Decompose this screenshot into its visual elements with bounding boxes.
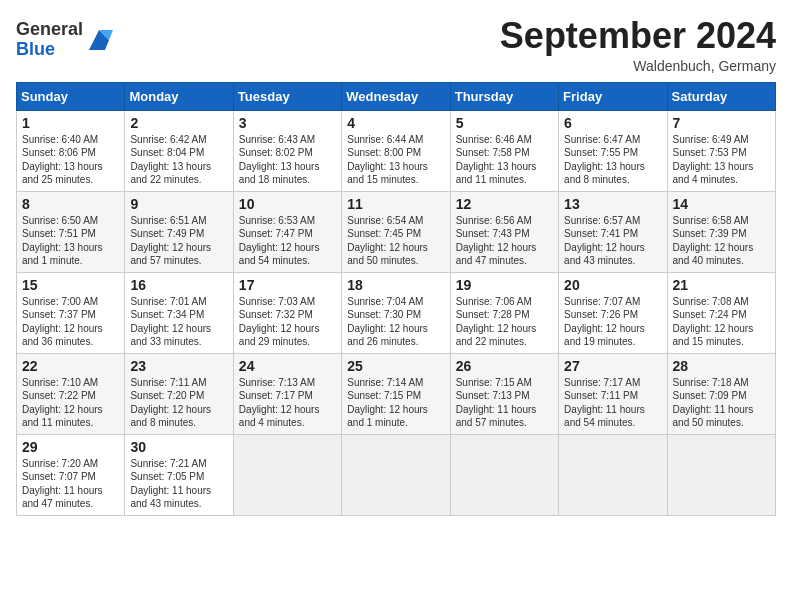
weekday-header-row: SundayMondayTuesdayWednesdayThursdayFrid…	[17, 82, 776, 110]
day-number: 23	[130, 358, 227, 374]
day-number: 19	[456, 277, 553, 293]
calendar-cell: 23Sunrise: 7:11 AMSunset: 7:20 PMDayligh…	[125, 353, 233, 434]
calendar-cell: 5Sunrise: 6:46 AMSunset: 7:58 PMDaylight…	[450, 110, 558, 191]
location: Waldenbuch, Germany	[500, 58, 776, 74]
calendar-cell: 19Sunrise: 7:06 AMSunset: 7:28 PMDayligh…	[450, 272, 558, 353]
calendar-cell: 24Sunrise: 7:13 AMSunset: 7:17 PMDayligh…	[233, 353, 341, 434]
day-info: Sunrise: 6:46 AMSunset: 7:58 PMDaylight:…	[456, 133, 553, 187]
day-number: 30	[130, 439, 227, 455]
day-info: Sunrise: 7:17 AMSunset: 7:11 PMDaylight:…	[564, 376, 661, 430]
calendar-cell: 16Sunrise: 7:01 AMSunset: 7:34 PMDayligh…	[125, 272, 233, 353]
day-number: 17	[239, 277, 336, 293]
month-title: September 2024	[500, 16, 776, 56]
calendar-cell	[342, 434, 450, 515]
calendar-cell: 17Sunrise: 7:03 AMSunset: 7:32 PMDayligh…	[233, 272, 341, 353]
day-number: 13	[564, 196, 661, 212]
calendar-cell: 29Sunrise: 7:20 AMSunset: 7:07 PMDayligh…	[17, 434, 125, 515]
day-number: 20	[564, 277, 661, 293]
calendar-cell	[233, 434, 341, 515]
day-info: Sunrise: 6:40 AMSunset: 8:06 PMDaylight:…	[22, 133, 119, 187]
calendar-cell	[450, 434, 558, 515]
day-number: 5	[456, 115, 553, 131]
day-info: Sunrise: 6:44 AMSunset: 8:00 PMDaylight:…	[347, 133, 444, 187]
weekday-header-wednesday: Wednesday	[342, 82, 450, 110]
calendar-week-3: 15Sunrise: 7:00 AMSunset: 7:37 PMDayligh…	[17, 272, 776, 353]
weekday-header-saturday: Saturday	[667, 82, 775, 110]
day-number: 27	[564, 358, 661, 374]
day-number: 3	[239, 115, 336, 131]
day-info: Sunrise: 7:15 AMSunset: 7:13 PMDaylight:…	[456, 376, 553, 430]
day-info: Sunrise: 6:58 AMSunset: 7:39 PMDaylight:…	[673, 214, 770, 268]
day-info: Sunrise: 6:43 AMSunset: 8:02 PMDaylight:…	[239, 133, 336, 187]
day-info: Sunrise: 7:10 AMSunset: 7:22 PMDaylight:…	[22, 376, 119, 430]
calendar-cell: 27Sunrise: 7:17 AMSunset: 7:11 PMDayligh…	[559, 353, 667, 434]
day-number: 29	[22, 439, 119, 455]
day-info: Sunrise: 7:01 AMSunset: 7:34 PMDaylight:…	[130, 295, 227, 349]
calendar-cell: 28Sunrise: 7:18 AMSunset: 7:09 PMDayligh…	[667, 353, 775, 434]
day-number: 2	[130, 115, 227, 131]
calendar-cell: 8Sunrise: 6:50 AMSunset: 7:51 PMDaylight…	[17, 191, 125, 272]
day-number: 1	[22, 115, 119, 131]
day-info: Sunrise: 7:07 AMSunset: 7:26 PMDaylight:…	[564, 295, 661, 349]
calendar-table: SundayMondayTuesdayWednesdayThursdayFrid…	[16, 82, 776, 516]
calendar-cell: 4Sunrise: 6:44 AMSunset: 8:00 PMDaylight…	[342, 110, 450, 191]
calendar-cell: 13Sunrise: 6:57 AMSunset: 7:41 PMDayligh…	[559, 191, 667, 272]
calendar-cell: 26Sunrise: 7:15 AMSunset: 7:13 PMDayligh…	[450, 353, 558, 434]
day-number: 24	[239, 358, 336, 374]
weekday-header-monday: Monday	[125, 82, 233, 110]
calendar-cell: 1Sunrise: 6:40 AMSunset: 8:06 PMDaylight…	[17, 110, 125, 191]
day-info: Sunrise: 6:49 AMSunset: 7:53 PMDaylight:…	[673, 133, 770, 187]
day-info: Sunrise: 7:13 AMSunset: 7:17 PMDaylight:…	[239, 376, 336, 430]
calendar-cell: 20Sunrise: 7:07 AMSunset: 7:26 PMDayligh…	[559, 272, 667, 353]
day-info: Sunrise: 6:54 AMSunset: 7:45 PMDaylight:…	[347, 214, 444, 268]
weekday-header-tuesday: Tuesday	[233, 82, 341, 110]
calendar-cell: 18Sunrise: 7:04 AMSunset: 7:30 PMDayligh…	[342, 272, 450, 353]
day-number: 4	[347, 115, 444, 131]
calendar-cell	[667, 434, 775, 515]
calendar-cell: 25Sunrise: 7:14 AMSunset: 7:15 PMDayligh…	[342, 353, 450, 434]
calendar-cell: 9Sunrise: 6:51 AMSunset: 7:49 PMDaylight…	[125, 191, 233, 272]
day-info: Sunrise: 7:06 AMSunset: 7:28 PMDaylight:…	[456, 295, 553, 349]
calendar-cell: 15Sunrise: 7:00 AMSunset: 7:37 PMDayligh…	[17, 272, 125, 353]
calendar-cell	[559, 434, 667, 515]
title-block: September 2024 Waldenbuch, Germany	[500, 16, 776, 74]
logo-icon	[85, 26, 113, 54]
day-number: 11	[347, 196, 444, 212]
calendar-cell: 30Sunrise: 7:21 AMSunset: 7:05 PMDayligh…	[125, 434, 233, 515]
day-info: Sunrise: 6:42 AMSunset: 8:04 PMDaylight:…	[130, 133, 227, 187]
day-number: 22	[22, 358, 119, 374]
calendar-cell: 2Sunrise: 6:42 AMSunset: 8:04 PMDaylight…	[125, 110, 233, 191]
calendar-cell: 10Sunrise: 6:53 AMSunset: 7:47 PMDayligh…	[233, 191, 341, 272]
day-info: Sunrise: 6:47 AMSunset: 7:55 PMDaylight:…	[564, 133, 661, 187]
weekday-header-friday: Friday	[559, 82, 667, 110]
logo-blue: Blue	[16, 39, 55, 59]
calendar-cell: 22Sunrise: 7:10 AMSunset: 7:22 PMDayligh…	[17, 353, 125, 434]
day-number: 9	[130, 196, 227, 212]
day-number: 10	[239, 196, 336, 212]
day-number: 14	[673, 196, 770, 212]
day-number: 18	[347, 277, 444, 293]
day-number: 25	[347, 358, 444, 374]
day-number: 28	[673, 358, 770, 374]
calendar-cell: 21Sunrise: 7:08 AMSunset: 7:24 PMDayligh…	[667, 272, 775, 353]
day-info: Sunrise: 7:08 AMSunset: 7:24 PMDaylight:…	[673, 295, 770, 349]
day-info: Sunrise: 7:21 AMSunset: 7:05 PMDaylight:…	[130, 457, 227, 511]
day-number: 6	[564, 115, 661, 131]
weekday-header-sunday: Sunday	[17, 82, 125, 110]
day-info: Sunrise: 7:18 AMSunset: 7:09 PMDaylight:…	[673, 376, 770, 430]
day-info: Sunrise: 6:53 AMSunset: 7:47 PMDaylight:…	[239, 214, 336, 268]
day-info: Sunrise: 7:20 AMSunset: 7:07 PMDaylight:…	[22, 457, 119, 511]
day-number: 15	[22, 277, 119, 293]
calendar-cell: 7Sunrise: 6:49 AMSunset: 7:53 PMDaylight…	[667, 110, 775, 191]
calendar-week-1: 1Sunrise: 6:40 AMSunset: 8:06 PMDaylight…	[17, 110, 776, 191]
day-info: Sunrise: 6:56 AMSunset: 7:43 PMDaylight:…	[456, 214, 553, 268]
page-header: General Blue September 2024 Waldenbuch, …	[16, 16, 776, 74]
day-info: Sunrise: 6:57 AMSunset: 7:41 PMDaylight:…	[564, 214, 661, 268]
day-number: 12	[456, 196, 553, 212]
calendar-cell: 3Sunrise: 6:43 AMSunset: 8:02 PMDaylight…	[233, 110, 341, 191]
day-number: 8	[22, 196, 119, 212]
day-info: Sunrise: 6:51 AMSunset: 7:49 PMDaylight:…	[130, 214, 227, 268]
day-number: 7	[673, 115, 770, 131]
calendar-week-5: 29Sunrise: 7:20 AMSunset: 7:07 PMDayligh…	[17, 434, 776, 515]
calendar-week-2: 8Sunrise: 6:50 AMSunset: 7:51 PMDaylight…	[17, 191, 776, 272]
